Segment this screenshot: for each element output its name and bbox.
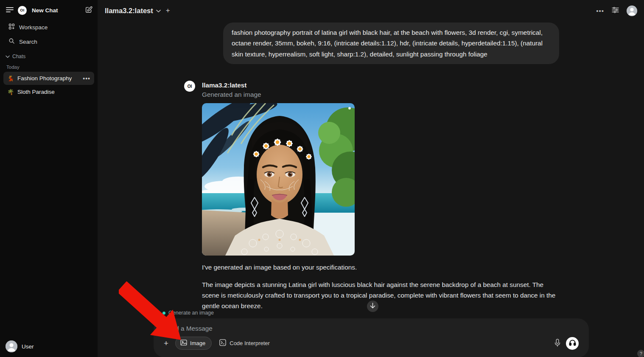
search-icon — [8, 38, 15, 45]
app-logo: OI — [18, 6, 27, 15]
top-bar: llama3.2:latest + ••• — [98, 0, 644, 21]
user-message-row: fashion photography portrait of latina g… — [184, 22, 559, 64]
sidebar-chat-fashion-photography[interactable]: 💃 Fashion Photography ••• — [3, 72, 94, 85]
chat-title: Sloth Paradise — [17, 89, 90, 95]
sidebar-header: OI New Chat — [0, 0, 98, 20]
composer-right-actions — [554, 337, 583, 350]
model-selector[interactable]: llama3.2:latest — [105, 7, 161, 15]
generated-image-graphic — [202, 103, 355, 256]
new-chat-button[interactable] — [84, 5, 93, 15]
palm-tree-emoji-icon: 🌴 — [7, 89, 14, 95]
date-group-label: Today — [0, 61, 98, 71]
app-root: OI New Chat Workspace Search Ch — [0, 0, 644, 357]
microphone-icon — [554, 339, 560, 348]
sidebar-user-menu[interactable]: User — [0, 337, 98, 357]
chat-more-icon[interactable]: ••• — [83, 76, 90, 81]
workspace-label: Workspace — [19, 24, 48, 31]
user-avatar — [6, 340, 17, 352]
chats-section-label: Chats — [12, 53, 25, 59]
chat-title: Fashion Photography — [17, 75, 79, 82]
generated-image[interactable] — [202, 103, 355, 256]
overflow-menu-icon[interactable]: ••• — [596, 7, 604, 14]
chats-section-toggle[interactable]: Chats — [0, 49, 98, 61]
dancer-emoji-icon: 💃 — [7, 75, 14, 82]
chevron-down-icon — [6, 53, 10, 59]
chat-thread: fashion photography portrait of latina g… — [184, 21, 559, 328]
hamburger-icon — [6, 7, 14, 14]
message-input[interactable] — [154, 318, 589, 334]
sidebar-item-search[interactable]: Search — [3, 35, 95, 48]
message-composer: + Image Code Interpreter — [154, 318, 589, 357]
voice-input-button[interactable] — [554, 339, 560, 348]
workspace-grid-icon — [8, 23, 15, 31]
image-icon — [180, 340, 187, 347]
arrow-down-icon — [370, 303, 375, 310]
assistant-paragraph: I've generated an image based on your sp… — [202, 262, 559, 273]
sidebar-item-workspace[interactable]: Workspace — [3, 20, 95, 34]
sidebar-toggle-button[interactable] — [5, 6, 14, 15]
topbar-actions: ••• — [596, 6, 637, 16]
status-dot-icon — [162, 312, 165, 315]
sliders-icon — [612, 7, 619, 14]
assistant-model-name: llama3.2:latest — [202, 81, 559, 90]
assistant-status-text: Generated an image — [202, 90, 559, 99]
code-interpreter-button[interactable]: Code Interpreter — [217, 337, 272, 350]
sidebar-chat-sloth-paradise[interactable]: 🌴 Sloth Paradise — [3, 85, 94, 98]
assistant-avatar: OI — [184, 81, 195, 92]
sidebar: OI New Chat Workspace Search Ch — [0, 0, 98, 357]
code-interpreter-label: Code Interpreter — [230, 340, 270, 346]
generation-status-label: Generate an image — [168, 310, 214, 316]
add-model-button[interactable]: + — [166, 6, 170, 15]
assistant-paragraph: The image depicts a stunning Latina girl… — [202, 279, 559, 312]
new-chat-label[interactable]: New Chat — [32, 7, 81, 14]
edit-pencil-icon — [85, 6, 92, 14]
user-message-bubble: fashion photography portrait of latina g… — [223, 22, 559, 64]
composer-toolbar: + Image Code Interpreter — [154, 334, 589, 350]
chevron-down-icon — [156, 7, 161, 14]
search-label: Search — [19, 39, 37, 45]
voice-call-button[interactable] — [566, 337, 579, 350]
image-tool-label: Image — [190, 340, 205, 346]
controls-button[interactable] — [611, 6, 620, 15]
generation-status: Generate an image — [162, 310, 214, 316]
attach-button[interactable]: + — [162, 339, 170, 347]
user-name-label: User — [22, 343, 34, 350]
model-name-label: llama3.2:latest — [105, 7, 153, 15]
assistant-message: OI llama3.2:latest Generated an image — [184, 81, 559, 328]
terminal-icon — [219, 339, 226, 347]
headphones-icon — [569, 339, 576, 347]
profile-avatar[interactable] — [627, 6, 637, 16]
scroll-to-bottom-button[interactable] — [367, 301, 378, 312]
help-button[interactable]: ? — [637, 350, 644, 357]
image-tool-button[interactable]: Image — [175, 337, 212, 350]
main-area: llama3.2:latest + ••• fashi — [98, 0, 644, 357]
